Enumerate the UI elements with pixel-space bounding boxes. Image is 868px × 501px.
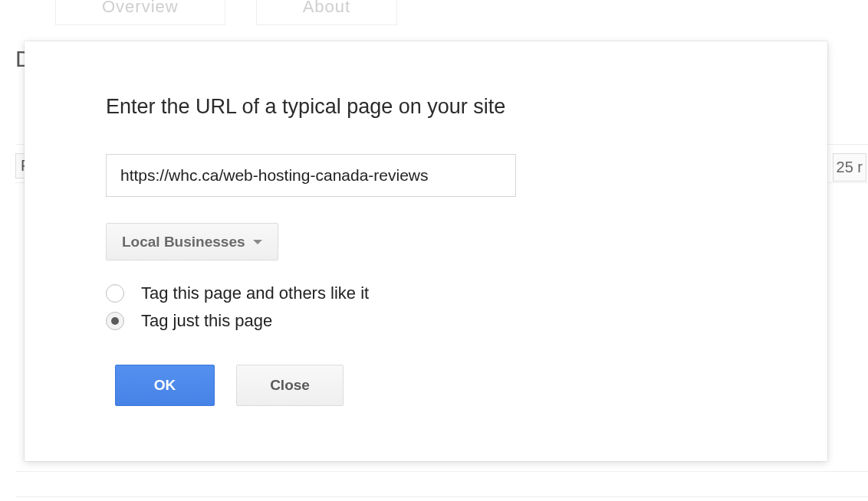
- radio-option-single[interactable]: Tag just this page: [106, 311, 746, 331]
- chevron-down-icon: [253, 240, 262, 244]
- url-dialog: Enter the URL of a typical page on your …: [25, 41, 827, 461]
- category-dropdown[interactable]: Local Businesses: [106, 223, 278, 260]
- radio-label: Tag just this page: [141, 311, 272, 331]
- url-input[interactable]: [106, 154, 516, 197]
- radio-icon[interactable]: [106, 312, 124, 330]
- radio-icon[interactable]: [106, 284, 124, 303]
- ok-button[interactable]: OK: [115, 365, 215, 406]
- dialog-title: Enter the URL of a typical page on your …: [106, 95, 746, 119]
- radio-label: Tag this page and others like it: [141, 283, 369, 303]
- bg-text-25: 25 r: [833, 153, 866, 182]
- tab-overview[interactable]: Overview: [55, 0, 225, 25]
- button-row: OK Close: [115, 365, 746, 406]
- radio-option-multi[interactable]: Tag this page and others like it: [106, 283, 746, 303]
- dropdown-label: Local Businesses: [122, 234, 245, 250]
- close-button[interactable]: Close: [236, 365, 344, 406]
- divider: [15, 496, 868, 497]
- radio-group: Tag this page and others like it Tag jus…: [106, 283, 746, 331]
- tab-about[interactable]: About: [256, 0, 398, 25]
- divider: [15, 471, 868, 472]
- tabs-bar: Overview About: [55, 0, 397, 25]
